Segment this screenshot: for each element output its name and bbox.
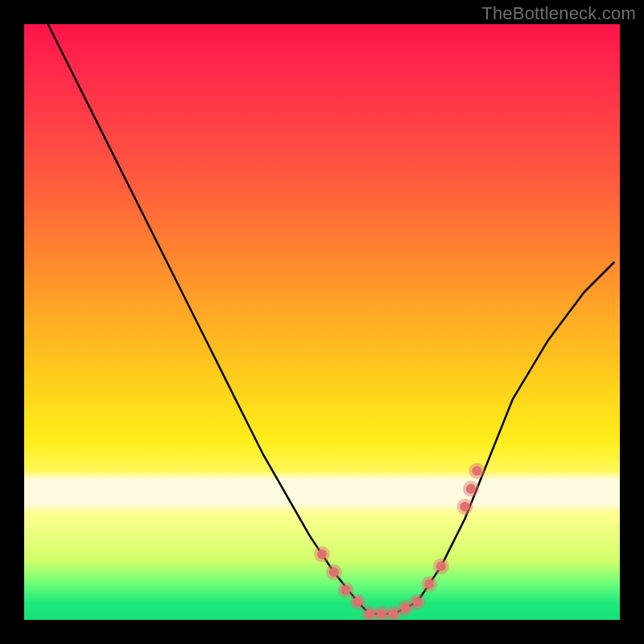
svg-point-3 (329, 568, 339, 577)
svg-point-1 (317, 550, 327, 559)
curve-layer (24, 24, 620, 620)
svg-point-17 (412, 597, 422, 607)
plot-area (24, 24, 620, 620)
svg-point-5 (341, 585, 351, 595)
svg-point-21 (436, 561, 446, 571)
svg-point-13 (389, 609, 398, 619)
curve-path (48, 24, 614, 614)
chart-frame: TheBottleneck.com (0, 0, 644, 644)
svg-point-19 (424, 580, 434, 589)
svg-point-27 (472, 466, 481, 476)
svg-point-7 (353, 597, 362, 607)
svg-point-15 (401, 603, 411, 613)
svg-point-11 (377, 609, 386, 619)
svg-point-9 (365, 609, 374, 619)
watermark-text: TheBottleneck.com (481, 3, 636, 24)
svg-point-23 (460, 502, 470, 511)
marker-dots (314, 463, 485, 620)
svg-point-25 (466, 484, 476, 493)
